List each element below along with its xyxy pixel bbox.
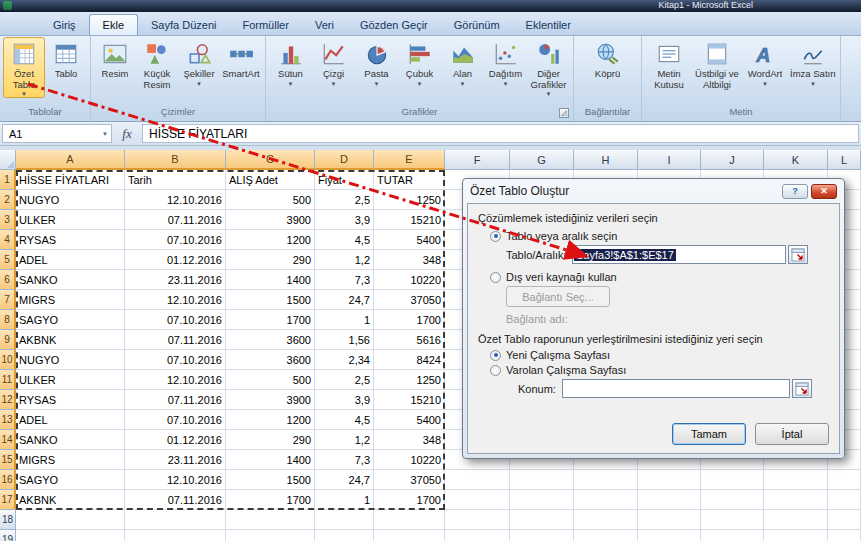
cell-a8[interactable]: SAGYO	[16, 310, 125, 330]
cell-l16[interactable]	[828, 470, 861, 490]
cell-j18[interactable]	[701, 510, 764, 530]
ribbon-button-pasta[interactable]: Pasta▼	[355, 37, 398, 88]
cell-a15[interactable]: MIGRS	[16, 450, 125, 470]
row-header-7[interactable]: 7	[0, 290, 16, 310]
cell-b13[interactable]: 07.10.2016	[125, 410, 226, 430]
tab-giri[interactable]: Giriş	[40, 15, 89, 35]
cell-b1[interactable]: Tarih	[125, 170, 226, 190]
cell-c6[interactable]: 1400	[226, 270, 315, 290]
cell-b16[interactable]: 12.10.2016	[125, 470, 226, 490]
cell-a9[interactable]: AKBNK	[16, 330, 125, 350]
row-header-1[interactable]: 1	[0, 170, 16, 190]
cell-d11[interactable]: 2,5	[315, 370, 374, 390]
column-header-c[interactable]: C	[226, 150, 315, 170]
cell-a14[interactable]: SANKO	[16, 430, 125, 450]
radio-external-source[interactable]: Dış veri kaynağı kullan	[490, 271, 829, 283]
row-header-3[interactable]: 3	[0, 210, 16, 230]
cell-c1[interactable]: ALIŞ Adet	[226, 170, 315, 190]
cell-d1[interactable]: Fiyat	[315, 170, 374, 190]
cell-a4[interactable]: RYSAS	[16, 230, 125, 250]
column-header-k[interactable]: K	[764, 150, 828, 170]
cell-e8[interactable]: 1700	[374, 310, 445, 330]
cell-h17[interactable]	[574, 490, 638, 510]
namebox-dropdown-icon[interactable]: ▼	[102, 131, 108, 137]
cell-c14[interactable]: 290	[226, 430, 315, 450]
cell-b8[interactable]: 07.10.2016	[125, 310, 226, 330]
ribbon-button-ekiller[interactable]: Şekiller▼	[178, 37, 220, 88]
cell-d13[interactable]: 4,5	[315, 410, 374, 430]
cell-d9[interactable]: 1,56	[315, 330, 374, 350]
cell-c17[interactable]: 1700	[226, 490, 315, 510]
cell-a16[interactable]: SAGYO	[16, 470, 125, 490]
row-header-5[interactable]: 5	[0, 250, 16, 270]
tab-veri[interactable]: Veri	[302, 15, 347, 35]
cell-e14[interactable]: 348	[374, 430, 445, 450]
choose-connection-button[interactable]: Bağlantı Seç...	[506, 286, 610, 307]
radio-new-worksheet[interactable]: Yeni Çalışma Sayfası	[490, 349, 829, 361]
cell-g19[interactable]	[510, 530, 574, 541]
cell-a6[interactable]: SANKO	[16, 270, 125, 290]
cell-c4[interactable]: 1200	[226, 230, 315, 250]
column-header-l[interactable]: L	[828, 150, 861, 170]
cell-b3[interactable]: 07.11.2016	[125, 210, 226, 230]
cell-a18[interactable]	[16, 510, 125, 530]
cell-e3[interactable]: 15210	[374, 210, 445, 230]
cell-a11[interactable]: ULKER	[16, 370, 125, 390]
column-header-h[interactable]: H	[574, 150, 638, 170]
cell-d10[interactable]: 2,34	[315, 350, 374, 370]
cell-c18[interactable]	[226, 510, 315, 530]
cell-b11[interactable]: 12.10.2016	[125, 370, 226, 390]
cell-j17[interactable]	[701, 490, 764, 510]
cell-d14[interactable]: 1,2	[315, 430, 374, 450]
ribbon-button-k-k-resim[interactable]: Küçük Resim	[136, 37, 178, 91]
cell-d18[interactable]	[315, 510, 374, 530]
cell-e12[interactable]: 15210	[374, 390, 445, 410]
select-all-corner[interactable]	[0, 150, 16, 170]
cell-d15[interactable]: 7,3	[315, 450, 374, 470]
cell-a7[interactable]: MIGRS	[16, 290, 125, 310]
cell-d4[interactable]: 4,5	[315, 230, 374, 250]
tab-ekle[interactable]: Ekle	[89, 14, 138, 35]
column-header-j[interactable]: J	[701, 150, 764, 170]
radio-selected-icon[interactable]	[490, 231, 501, 242]
ribbon-button-metin-kutusu[interactable]: Metin Kutusu	[645, 37, 693, 91]
tab-eklentiler[interactable]: Eklentiler	[513, 15, 584, 35]
cell-k17[interactable]	[764, 490, 828, 510]
cell-e11[interactable]: 1250	[374, 370, 445, 390]
cell-d19[interactable]	[315, 530, 374, 541]
cell-i16[interactable]	[638, 470, 701, 490]
cell-a1[interactable]: HİSSE FİYATLARI	[16, 170, 125, 190]
row-header-19[interactable]: 19	[0, 530, 16, 541]
location-input[interactable]	[562, 379, 790, 398]
cell-f19[interactable]	[445, 530, 510, 541]
cell-a2[interactable]: NUGYO	[16, 190, 125, 210]
ribbon-button-wordart[interactable]: AWordArt▼	[741, 37, 789, 88]
cell-h18[interactable]	[574, 510, 638, 530]
window-titlebar[interactable]: Kitap1 - Microsoft Excel	[0, 0, 861, 12]
cell-c7[interactable]: 1500	[226, 290, 315, 310]
row-header-9[interactable]: 9	[0, 330, 16, 350]
cell-a19[interactable]	[16, 530, 125, 541]
cell-g17[interactable]	[510, 490, 574, 510]
cell-d12[interactable]: 3,9	[315, 390, 374, 410]
cell-k16[interactable]	[764, 470, 828, 490]
row-header-2[interactable]: 2	[0, 190, 16, 210]
cell-e4[interactable]: 5400	[374, 230, 445, 250]
cell-g16[interactable]	[510, 470, 574, 490]
cell-b15[interactable]: 23.11.2016	[125, 450, 226, 470]
cell-c5[interactable]: 290	[226, 250, 315, 270]
cell-i19[interactable]	[638, 530, 701, 541]
cell-e19[interactable]	[374, 530, 445, 541]
range-picker-button[interactable]	[788, 245, 808, 264]
radio-selected-icon[interactable]	[490, 350, 501, 361]
radio-unselected-icon[interactable]	[490, 272, 501, 283]
cell-b14[interactable]: 01.12.2016	[125, 430, 226, 450]
radio-unselected-icon[interactable]	[490, 365, 501, 376]
column-header-e[interactable]: E	[374, 150, 445, 170]
cell-b5[interactable]: 01.12.2016	[125, 250, 226, 270]
cell-d3[interactable]: 3,9	[315, 210, 374, 230]
ribbon-button-alan[interactable]: Alan▼	[441, 37, 484, 88]
cell-c19[interactable]	[226, 530, 315, 541]
cell-c9[interactable]: 3600	[226, 330, 315, 350]
dialog-titlebar[interactable]: Özet Tablo Oluştur ? ✕	[463, 179, 844, 203]
